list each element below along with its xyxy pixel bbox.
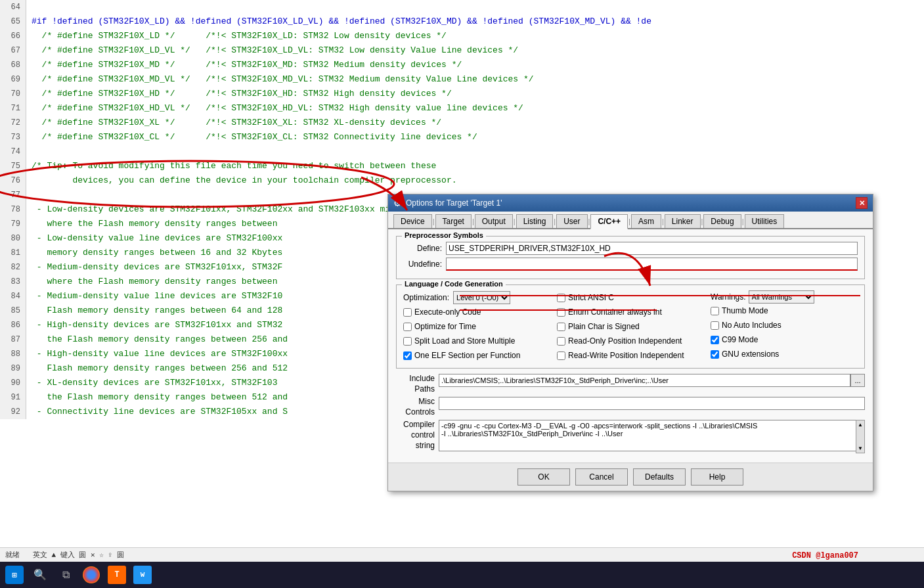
checkbox-plain-char[interactable]: [557, 323, 565, 331]
line-content: #if !defined (STM32F10X_LD) && !defined …: [26, 14, 651, 29]
code-line: 69 /* #define STM32F10X_MD_VL */ /*!< ST…: [0, 72, 924, 87]
tab-linker[interactable]: Linker: [665, 214, 701, 228]
help-button[interactable]: Help: [691, 468, 743, 486]
checkbox-optimize-time[interactable]: [403, 323, 412, 331]
line-number: 72: [0, 116, 26, 130]
checkbox-enum-container[interactable]: [557, 308, 565, 317]
line-content: /* #define STM32F10X_MD */ /*!< STM32F10…: [26, 58, 462, 72]
undefine-input[interactable]: [446, 258, 858, 271]
checkbox-label-plain-char: Plain Char is Signed: [568, 322, 640, 331]
line-number: 74: [0, 145, 26, 159]
preprocessor-label: Preprocessor Symbols: [402, 231, 486, 239]
define-label: Define:: [403, 244, 446, 253]
code-line: 71 /* #define STM32F10X_HD_VL */ /*!< ST…: [0, 101, 924, 116]
line-number: 68: [0, 58, 26, 72]
line-number: 76: [0, 173, 26, 188]
code-line: 68 /* #define STM32F10X_MD */ /*!< STM32…: [0, 58, 924, 72]
line-content: where the Flash memory density ranges be…: [26, 217, 277, 231]
taskbar-start[interactable]: ⊞: [3, 564, 26, 586]
tab-listing[interactable]: Listing: [516, 214, 554, 228]
line-number: 69: [0, 72, 26, 87]
line-number: 84: [0, 289, 26, 304]
checkbox-execute-only[interactable]: [403, 308, 412, 317]
line-content: - Medium-density value line devices are …: [26, 289, 282, 304]
scroll-up-button[interactable]: ▲: [858, 422, 863, 428]
line-number: 82: [0, 260, 26, 275]
warnings-row: Warnings: All Warnings No Warnings: [711, 290, 858, 304]
checkbox-row-strict-ansi: Strict ANSI C: [557, 290, 704, 305]
scroll-down-button[interactable]: ▼: [858, 445, 863, 451]
checkbox-thumb-mode[interactable]: [711, 307, 719, 315]
compiler-control-textarea[interactable]: [439, 420, 865, 451]
line-content: /* #define STM32F10X_HD */ /*!< STM32F10…: [26, 87, 452, 101]
warnings-label: Warnings:: [711, 292, 746, 302]
include-paths-row: IncludePaths ...: [396, 374, 865, 394]
include-browse-button[interactable]: ...: [850, 374, 865, 387]
checkbox-row-no-auto: No Auto Includes: [711, 318, 858, 332]
taskbar-task-view[interactable]: ⧉: [54, 564, 77, 586]
code-line: 67 /* #define STM32F10X_LD_VL */ /*!< ST…: [0, 43, 924, 58]
line-number: 81: [0, 246, 26, 260]
code-line: 72 /* #define STM32F10X_XL */ /*!< STM32…: [0, 116, 924, 130]
checkbox-label-readonly-pos: Read-Only Position Independent: [568, 336, 682, 346]
misc-controls-label: MiscControls: [396, 397, 439, 417]
checkbox-readonly-pos[interactable]: [557, 337, 565, 346]
define-input[interactable]: [446, 242, 858, 255]
preprocessor-section: Preprocessor Symbols Define: Undefine:: [396, 236, 865, 279]
checkbox-split-load[interactable]: [403, 337, 412, 346]
line-number: 73: [0, 130, 26, 145]
checkbox-label-readwrite-pos: Read-Write Position Independent: [568, 351, 684, 360]
taskbar-app2[interactable]: W: [131, 564, 154, 586]
compiler-control-row: Compilercontrolstring ▲ ▼: [396, 420, 865, 453]
checkbox-no-auto[interactable]: [711, 321, 719, 330]
checkbox-row-plain-char: Plain Char is Signed: [557, 319, 704, 334]
line-content: devices, you can define the device in yo…: [26, 173, 457, 188]
line-number: 70: [0, 87, 26, 101]
misc-controls-input[interactable]: [439, 397, 865, 410]
line-number: 79: [0, 217, 26, 231]
line-content: /* #define STM32F10X_CL */ /*!< STM32F10…: [26, 130, 477, 145]
checkbox-row-readwrite-pos: Read-Write Position Independent: [557, 348, 704, 363]
line-content: - Low-density value line devices are STM…: [26, 231, 282, 246]
misc-controls-row: MiscControls: [396, 397, 865, 417]
include-paths-input[interactable]: [439, 374, 850, 387]
cancel-button[interactable]: Cancel: [575, 468, 628, 486]
checkbox-strict-ansi[interactable]: [557, 294, 565, 302]
defaults-button[interactable]: Defaults: [633, 468, 686, 486]
line-content: the Flash memory density ranges between …: [26, 332, 288, 347]
tab-target[interactable]: Target: [435, 214, 472, 228]
checkbox-gnu-ext[interactable]: [711, 350, 719, 359]
taskbar-search[interactable]: 🔍: [28, 564, 52, 586]
tab-asm[interactable]: Asm: [631, 214, 661, 228]
ok-button[interactable]: OK: [517, 468, 570, 486]
tab-user[interactable]: User: [556, 214, 587, 228]
line-content: /* #define STM32F10X_HD_VL */ /*!< STM32…: [26, 101, 523, 116]
line-number: 90: [0, 376, 26, 390]
code-line: 75/* Tip: To avoid modifying this file e…: [0, 159, 924, 173]
line-number: 83: [0, 275, 26, 289]
taskbar-app1[interactable]: T: [105, 564, 129, 586]
language-label: Language / Code Generation: [402, 280, 506, 288]
tab-utilities[interactable]: Utilities: [745, 214, 785, 228]
line-number: 66: [0, 29, 26, 43]
tab-device[interactable]: Device: [393, 214, 432, 228]
optimization-select[interactable]: Level 0 (-O0) Level 1 (-O1) Level 2 (-O2…: [453, 291, 510, 304]
checkbox-label-c99-mode: C99 Mode: [722, 335, 758, 344]
optimization-row: Optimization: Level 0 (-O0) Level 1 (-O1…: [403, 290, 550, 305]
line-number: 65: [0, 14, 26, 29]
tab-output[interactable]: Output: [475, 214, 513, 228]
line-number: 86: [0, 318, 26, 332]
tab-debug[interactable]: Debug: [703, 214, 741, 228]
taskbar-chrome[interactable]: [79, 564, 103, 586]
line-content: - High-density devices are STM32F101xx a…: [26, 318, 282, 332]
checkbox-one-elf[interactable]: [403, 351, 412, 360]
tab-c-c[interactable]: C/C++: [590, 214, 628, 229]
close-button[interactable]: ✕: [856, 197, 868, 209]
warnings-select[interactable]: All Warnings No Warnings: [749, 290, 814, 304]
checkbox-readwrite-pos[interactable]: [557, 351, 565, 360]
code-line: 74: [0, 145, 924, 159]
dialog-title: Options for Target 'Target 1': [406, 198, 502, 208]
checkbox-c99-mode[interactable]: [711, 336, 719, 344]
line-number: 87: [0, 332, 26, 347]
options-dialog: ⚙ Options for Target 'Target 1' ✕ Device…: [387, 194, 873, 491]
